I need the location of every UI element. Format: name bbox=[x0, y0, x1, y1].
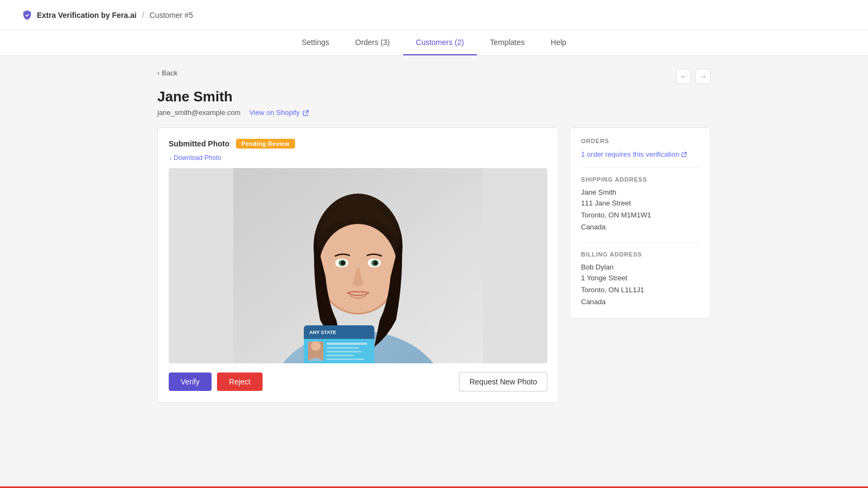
sidebar-divider-2 bbox=[581, 242, 699, 242]
svg-rect-21 bbox=[327, 355, 354, 356]
photo-actions: Verify Reject Request New Photo bbox=[169, 372, 547, 391]
billing-street: 1 Yonge Street bbox=[581, 272, 699, 284]
nav-arrows: ← → bbox=[676, 69, 711, 84]
svg-point-11 bbox=[373, 261, 378, 265]
shipping-city: Toronto, ON M1M1W1 bbox=[581, 209, 699, 221]
photo-card-header: Submitted Photo Pending Review bbox=[169, 139, 547, 149]
request-new-photo-button[interactable]: Request New Photo bbox=[459, 372, 547, 391]
shipping-address-section: SHIPPING ADDRESS Jane Smith 111 Jane Str… bbox=[581, 176, 699, 233]
svg-rect-20 bbox=[327, 351, 362, 352]
billing-country: Canada bbox=[581, 296, 699, 308]
status-badge: Pending Review bbox=[236, 139, 295, 149]
nav-item-templates[interactable]: Templates bbox=[477, 30, 538, 55]
sidebar-card: ORDERS 1 order requires this verificatio… bbox=[570, 127, 711, 319]
svg-point-17 bbox=[311, 341, 321, 351]
submitted-photo-label: Submitted Photo bbox=[169, 139, 229, 148]
main-nav: Settings Orders (3) Customers (2) Templa… bbox=[0, 30, 868, 56]
main-layout: Submitted Photo Pending Review ↓ Downloa… bbox=[157, 127, 711, 403]
verify-button[interactable]: Verify bbox=[169, 373, 212, 391]
svg-text:ANY STATE: ANY STATE bbox=[309, 330, 336, 335]
shield-icon bbox=[22, 10, 33, 21]
next-arrow[interactable]: → bbox=[695, 69, 711, 84]
view-shopify-link[interactable]: View on Shopify bbox=[249, 108, 309, 117]
svg-point-10 bbox=[341, 261, 345, 265]
customer-meta: jane_smith@example.com View on Shopify bbox=[157, 108, 711, 117]
shipping-country: Canada bbox=[581, 221, 699, 233]
orders-link[interactable]: 1 order requires this verification bbox=[581, 150, 687, 158]
back-arrow-icon: ‹ bbox=[157, 69, 159, 77]
download-link[interactable]: ↓ Download Photo bbox=[169, 154, 221, 162]
shipping-address-title: SHIPPING ADDRESS bbox=[581, 176, 699, 183]
photo-card: Submitted Photo Pending Review ↓ Downloa… bbox=[157, 127, 559, 403]
customer-email: jane_smith@example.com bbox=[157, 108, 240, 117]
billing-address-section: BILLING ADDRESS Bob Dylan 1 Yonge Street… bbox=[581, 251, 699, 308]
header: Extra Verification by Fera.ai / Customer… bbox=[0, 0, 868, 30]
nav-item-help[interactable]: Help bbox=[538, 30, 579, 55]
svg-rect-18 bbox=[327, 343, 367, 345]
submitted-photo-image: ANY STATE bbox=[169, 168, 547, 363]
id-photo-svg: ANY STATE bbox=[169, 168, 547, 363]
page-content: ‹ Back ← → Jane Smith jane_smith@example… bbox=[136, 56, 732, 416]
external-link-icon bbox=[303, 110, 309, 116]
view-shopify-label: View on Shopify bbox=[249, 108, 299, 117]
nav-item-orders[interactable]: Orders (3) bbox=[342, 30, 403, 55]
prev-arrow[interactable]: ← bbox=[676, 69, 691, 84]
nav-item-customers[interactable]: Customers (2) bbox=[403, 30, 477, 55]
billing-address-title: BILLING ADDRESS bbox=[581, 251, 699, 258]
billing-city: Toronto, ON L1L1J1 bbox=[581, 284, 699, 296]
page-header: ‹ Back ← → bbox=[157, 69, 711, 84]
header-separator: / bbox=[142, 11, 144, 20]
shipping-street: 111 Jane Street bbox=[581, 197, 699, 209]
orders-link-text: 1 order requires this verification bbox=[581, 150, 679, 158]
customer-name: Jane Smith bbox=[157, 88, 711, 105]
sidebar-divider-1 bbox=[581, 167, 699, 168]
download-label: Download Photo bbox=[174, 154, 221, 162]
billing-name: Bob Dylan bbox=[581, 263, 699, 271]
orders-section: ORDERS 1 order requires this verificatio… bbox=[581, 138, 699, 158]
shipping-name: Jane Smith bbox=[581, 188, 699, 196]
app-brand: Extra Verification by Fera.ai bbox=[22, 10, 137, 21]
app-name: Extra Verification by Fera.ai bbox=[37, 11, 137, 20]
nav-item-settings[interactable]: Settings bbox=[289, 30, 342, 55]
download-arrow-icon: ↓ bbox=[169, 154, 172, 162]
action-left: Verify Reject bbox=[169, 373, 263, 391]
reject-button[interactable]: Reject bbox=[217, 373, 263, 391]
external-link-icon-small bbox=[681, 152, 687, 157]
page-context: Customer #5 bbox=[150, 11, 193, 20]
orders-section-title: ORDERS bbox=[581, 138, 699, 144]
back-link-label: Back bbox=[162, 69, 177, 77]
back-link[interactable]: ‹ Back bbox=[157, 69, 177, 77]
svg-rect-19 bbox=[327, 347, 359, 349]
svg-rect-14 bbox=[304, 335, 374, 339]
svg-rect-22 bbox=[327, 358, 365, 360]
sidebar: ORDERS 1 order requires this verificatio… bbox=[570, 127, 711, 319]
